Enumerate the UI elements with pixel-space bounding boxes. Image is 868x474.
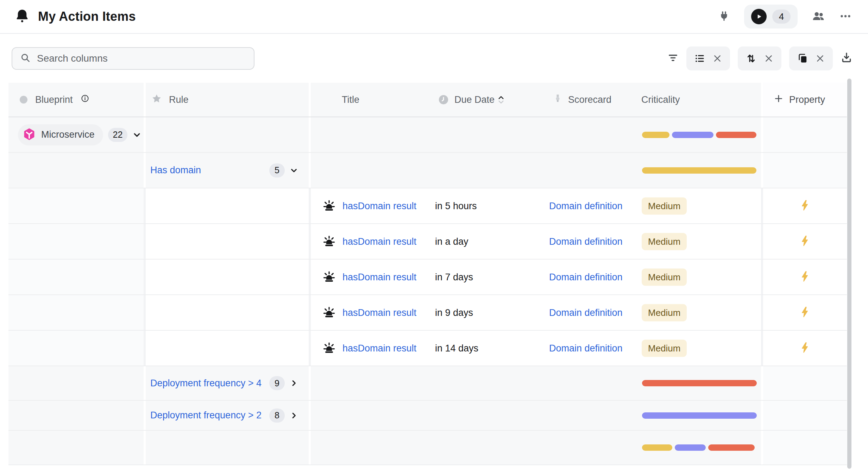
people-icon (812, 10, 825, 24)
sort-chip (738, 46, 781, 70)
column-header-blueprint[interactable]: Blueprint (8, 83, 144, 117)
runs-button[interactable]: 4 (744, 5, 798, 29)
alarm-icon (322, 235, 336, 248)
layers-copy-icon[interactable] (797, 53, 808, 64)
bolt-icon[interactable] (799, 342, 811, 355)
search-columns-box[interactable] (12, 47, 254, 70)
add-property-button[interactable]: Property (763, 83, 847, 117)
rule-group-link[interactable]: Deployment frequency > 4 (150, 378, 262, 389)
column-header-criticality[interactable]: Criticality (641, 94, 680, 105)
bolt-icon[interactable] (799, 270, 811, 284)
integrations-button[interactable] (718, 10, 730, 23)
clock-icon (438, 94, 449, 105)
more-options-button[interactable] (839, 10, 852, 24)
clear-copy-view-button[interactable] (815, 54, 825, 63)
table-header-row: Blueprint Rule Title Due Date (8, 83, 847, 117)
column-header-due-date[interactable]: Due Date (454, 94, 504, 105)
criticality-distribution-bars (642, 132, 756, 138)
criticality-distribution-bars (642, 167, 756, 174)
bell-icon (15, 8, 30, 25)
search-columns-input[interactable] (37, 53, 246, 64)
runs-count-badge: 4 (772, 10, 791, 24)
action-item-title-link[interactable]: hasDomain result (342, 307, 416, 318)
column-header-rule[interactable]: Rule (146, 83, 309, 117)
chevron-down-icon[interactable] (289, 166, 299, 175)
users-button[interactable] (812, 10, 825, 24)
search-icon (20, 52, 31, 64)
list-group-icon[interactable] (694, 53, 705, 64)
criticality-distribution-bars (642, 380, 757, 386)
action-item-title-link[interactable]: hasDomain result (342, 236, 416, 247)
page-title: My Action Items (38, 9, 136, 24)
column-header-scorecard[interactable]: Scorecard (553, 94, 611, 106)
cube-icon (23, 128, 36, 142)
scorecard-link[interactable]: Domain definition (549, 343, 623, 354)
scorecard-link[interactable]: Domain definition (549, 200, 623, 211)
rule-group-link[interactable]: Deployment frequency > 2 (150, 410, 262, 421)
filter-lines-icon (667, 52, 679, 64)
criticality-badge: Medium (642, 339, 687, 357)
table-row-rule-group: Deployment frequency > 4 9 (8, 366, 847, 401)
bolt-icon[interactable] (799, 199, 811, 213)
circle-icon (20, 96, 27, 104)
table-row-blueprint-group: Microservice 22 (8, 117, 847, 153)
scorecard-link[interactable]: Domain definition (549, 307, 623, 318)
group-count-badge: 8 (269, 408, 285, 423)
column-label-due-date: Due Date (454, 94, 495, 105)
chevron-right-icon[interactable] (289, 411, 299, 420)
plus-icon (774, 94, 784, 106)
ellipsis-icon (839, 10, 852, 24)
info-icon[interactable] (81, 94, 89, 105)
table-row-action-item: hasDomain result in 7 days Domain defini… (8, 260, 847, 295)
table-row-action-item: hasDomain result in 9 days Domain defini… (8, 295, 847, 331)
action-items-table: Blueprint Rule Title Due Date (8, 83, 847, 465)
bolt-icon[interactable] (799, 235, 811, 248)
clear-sort-button[interactable] (764, 54, 774, 63)
due-date-value: in a day (435, 236, 468, 247)
criticality-distribution-bars (642, 412, 757, 419)
action-item-title-link[interactable]: hasDomain result (342, 343, 416, 354)
column-header-title[interactable]: Title (342, 94, 359, 105)
close-icon (712, 54, 722, 63)
criticality-badge: Medium (642, 268, 687, 286)
action-item-title-link[interactable]: hasDomain result (342, 272, 416, 282)
close-icon (815, 54, 825, 63)
table-row-action-item: hasDomain result in 5 hours Domain defin… (8, 188, 847, 224)
medal-icon (553, 94, 562, 106)
app-header-left: My Action Items (15, 8, 136, 25)
column-header-main: Title Due Date Scorecard (311, 83, 761, 117)
group-count-badge: 9 (269, 376, 285, 390)
sort-carets-icon (498, 95, 504, 104)
table-row-rule-group: Has domain 5 (8, 153, 847, 188)
chevron-right-icon[interactable] (289, 378, 299, 388)
vertical-scrollbar[interactable] (847, 79, 851, 469)
star-icon (151, 93, 162, 106)
add-property-label: Property (789, 94, 825, 105)
criticality-badge: Medium (642, 197, 687, 214)
group-by-chip (686, 46, 730, 70)
column-label-blueprint: Blueprint (35, 94, 73, 105)
action-item-title-link[interactable]: hasDomain result (342, 200, 416, 211)
blueprint-group-label: Microservice (41, 129, 95, 140)
alarm-icon (322, 306, 336, 319)
toolbar-actions (667, 46, 853, 70)
app-header-actions: 4 (718, 5, 852, 29)
table-row-group-summary (8, 431, 847, 465)
filter-button[interactable] (667, 52, 679, 64)
column-label-scorecard: Scorecard (568, 94, 611, 105)
scorecard-link[interactable]: Domain definition (549, 272, 623, 282)
rule-group-link[interactable]: Has domain (150, 165, 201, 176)
table-row-rule-group: Deployment frequency > 2 8 (8, 401, 847, 431)
blueprint-chip-microservice[interactable]: Microservice (18, 124, 103, 145)
table-toolbar (0, 34, 868, 83)
clear-group-by-button[interactable] (712, 54, 722, 63)
bolt-icon[interactable] (799, 306, 811, 319)
due-date-value: in 9 days (435, 307, 473, 318)
due-date-value: in 7 days (435, 272, 473, 282)
download-button[interactable] (841, 52, 853, 65)
scorecard-link[interactable]: Domain definition (549, 236, 623, 247)
chevron-down-icon[interactable] (132, 130, 142, 140)
due-date-value: in 14 days (435, 343, 478, 354)
table-row-action-item: hasDomain result in a day Domain definit… (8, 224, 847, 260)
sort-arrows-icon[interactable] (746, 53, 757, 64)
